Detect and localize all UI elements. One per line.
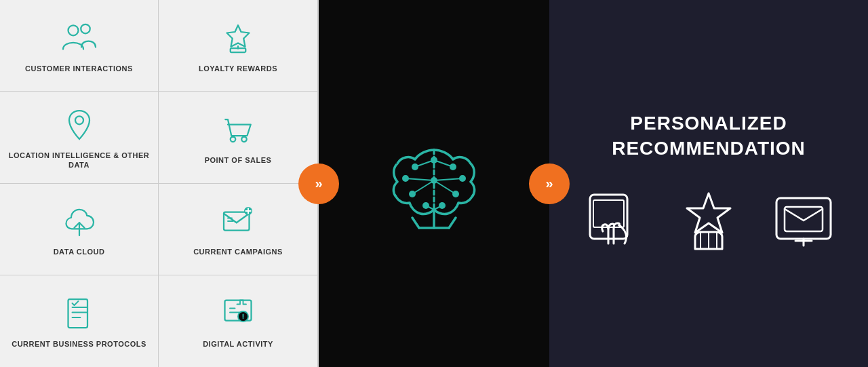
cell-current-campaigns: CURRENT CAMPAIGNS	[159, 184, 317, 275]
current-campaigns-label: CURRENT CAMPAIGNS	[193, 247, 283, 256]
data-cloud-label: DATA CLOUD	[54, 247, 105, 256]
touch-screen-icon	[580, 188, 648, 256]
svg-point-23	[242, 317, 243, 319]
current-business-protocols-icon	[59, 293, 100, 334]
data-cloud-icon	[59, 201, 100, 242]
cell-point-of-sales: POINT OF SALES	[159, 92, 317, 183]
svg-point-0	[68, 25, 78, 35]
svg-point-5	[231, 137, 236, 142]
recommendation-title: PERSONALIZED RECOMMENDATION	[570, 111, 848, 161]
svg-line-43	[434, 160, 453, 167]
customer-interactions-label: CUSTOMER INTERACTIONS	[25, 64, 133, 73]
svg-point-6	[241, 137, 247, 142]
svg-line-41	[412, 180, 434, 194]
svg-line-44	[434, 178, 462, 180]
cell-digital-activity: DIGITAL ACTIVITY	[159, 275, 317, 367]
svg-rect-53	[785, 207, 823, 231]
right-arrow-icon: »	[545, 176, 553, 191]
digital-activity-icon	[218, 293, 258, 334]
middle-panel: »	[319, 0, 549, 367]
current-campaigns-icon	[218, 201, 258, 242]
cell-location-intelligence: LOCATION INTELLIGENCE & OTHER DATA	[0, 92, 159, 183]
loyalty-rewards-label: LOYALTY REWARDS	[199, 64, 277, 73]
svg-rect-14	[68, 299, 87, 328]
customer-interactions-icon	[59, 18, 100, 58]
cell-current-business-protocols: CURRENT BUSINESS PROTOCOLS	[0, 275, 159, 367]
left-arrow: »	[298, 163, 339, 204]
left-panel: CUSTOMER INTERACTIONS LOYALTY REWARDS LO…	[0, 0, 319, 367]
svg-line-26	[412, 218, 419, 228]
digital-activity-label: DIGITAL ACTIVITY	[203, 339, 273, 349]
location-label: LOCATION INTELLIGENCE & OTHER DATA	[7, 151, 151, 170]
point-of-sales-icon	[218, 109, 258, 150]
point-of-sales-label: POINT OF SALES	[205, 155, 272, 165]
svg-line-45	[434, 180, 456, 194]
recommendation-icons	[580, 188, 837, 256]
svg-point-1	[81, 24, 90, 34]
current-business-protocols-label: CURRENT BUSINESS PROTOCOLS	[12, 339, 146, 349]
svg-line-27	[449, 218, 456, 228]
svg-point-4	[75, 116, 83, 124]
loyalty-rewards-icon	[218, 18, 258, 58]
brain-icon	[380, 130, 488, 238]
email-monitor-icon	[770, 188, 837, 256]
right-panel: PERSONALIZED RECOMMENDATION	[549, 0, 868, 367]
cell-loyalty-rewards: LOYALTY REWARDS	[159, 0, 317, 92]
cell-customer-interactions: CUSTOMER INTERACTIONS	[0, 0, 159, 92]
star-hand-icon	[675, 188, 743, 256]
svg-line-39	[415, 160, 434, 167]
svg-line-40	[406, 178, 434, 180]
location-icon	[59, 104, 100, 145]
left-arrow-icon: »	[315, 176, 322, 191]
right-arrow: »	[529, 163, 570, 204]
cell-data-cloud: DATA CLOUD	[0, 184, 159, 275]
